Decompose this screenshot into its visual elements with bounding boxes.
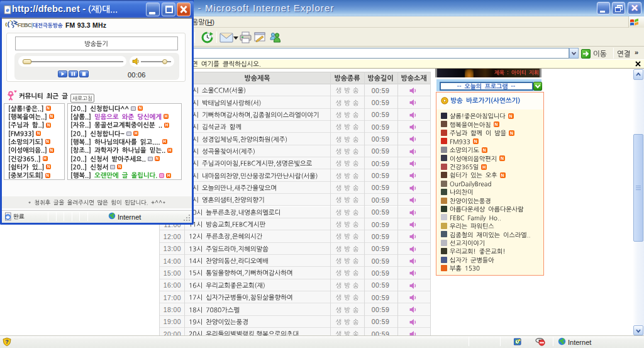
svg-text:e: e xyxy=(6,7,9,13)
svg-text:?: ? xyxy=(5,339,9,345)
